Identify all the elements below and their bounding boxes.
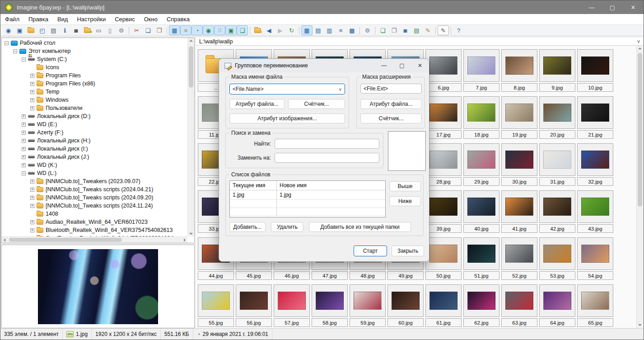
grid-scroll-down-icon[interactable] xyxy=(638,324,642,326)
forward-button[interactable]: ▶ xyxy=(275,25,286,35)
grid-cell[interactable]: 50.jpg xyxy=(425,237,463,284)
toggle-history-button[interactable]: ◔ xyxy=(191,25,203,35)
view-pairs-button[interactable]: ▥ xyxy=(324,25,335,35)
grid-cell[interactable]: 10.jpg xyxy=(577,49,615,96)
tree-item[interactable]: +Локальный диск (D:) xyxy=(2,112,187,120)
menu-item-6[interactable]: Окно xyxy=(140,14,162,24)
maximize-button[interactable]: ▢ xyxy=(602,0,623,14)
save-image-button[interactable]: ◰ xyxy=(37,25,48,35)
grid-cell[interactable]: 53.jpg xyxy=(539,237,577,284)
tree-vscroll-thumb[interactable] xyxy=(189,46,193,88)
cut-button[interactable]: ✂ xyxy=(131,25,142,35)
scroll-down-arrow-icon[interactable] xyxy=(189,233,193,235)
file-attribute-button[interactable]: Атрибут файла... xyxy=(229,99,285,109)
start-button[interactable]: Старт xyxy=(354,246,387,256)
tree-item[interactable]: 1408 xyxy=(2,210,187,218)
tree-collapse-icon[interactable]: − xyxy=(13,49,17,53)
batch-process-button[interactable]: ❐ xyxy=(388,25,400,35)
tree-expand-icon[interactable]: + xyxy=(30,106,34,110)
grid-cell[interactable]: 64.jpg xyxy=(539,284,577,328)
menu-item-3[interactable]: Вид xyxy=(53,14,73,24)
tree-item[interactable]: +Program Files (x86) xyxy=(2,80,187,88)
tree-item[interactable]: +Program Files xyxy=(2,71,187,80)
grid-cell[interactable]: 51.jpg xyxy=(463,237,501,284)
add-files-button[interactable]: Добавить... xyxy=(229,222,266,232)
toggle-images-pane-button[interactable]: ❏ xyxy=(237,25,248,35)
batch-convert-button[interactable]: ❏ xyxy=(377,25,388,35)
dialog-minimize-button[interactable]: — xyxy=(375,59,393,72)
back-button[interactable]: ◀ xyxy=(263,25,275,35)
ext-mask-input[interactable]: <File.Ext> xyxy=(360,84,422,94)
tree-expand-icon[interactable]: + xyxy=(30,204,34,208)
tree-item[interactable]: +WD (E:) xyxy=(2,120,187,128)
tree-item[interactable]: +Локальный диск (H:) xyxy=(2,137,187,145)
grid-cell[interactable]: 17.jpg xyxy=(425,96,463,143)
remove-file-button[interactable]: Удалить xyxy=(271,222,303,232)
paste-button[interactable]: ❐ xyxy=(154,25,165,35)
toggle-preview-pane-button[interactable]: ◉ xyxy=(203,25,214,35)
grid-cell[interactable]: 55.jpg xyxy=(198,284,236,328)
grid-cell[interactable]: 52.jpg xyxy=(501,237,539,284)
grid-cell[interactable]: 20.jpg xyxy=(539,96,577,143)
menu-item-7[interactable]: Справка xyxy=(162,14,194,24)
table-row[interactable]: 1.jpg1.jpg xyxy=(230,190,385,200)
grid-cell[interactable]: 42.jpg xyxy=(539,190,577,237)
file-list-table[interactable]: Текущее имяНовое имя1.jpg1.jpg xyxy=(229,180,386,217)
view-tiles-button[interactable]: ▤ xyxy=(313,25,324,35)
dialog-close-button[interactable]: ✕ xyxy=(411,59,429,72)
tree-item[interactable]: +Azerty (F:) xyxy=(2,128,187,137)
info-button[interactable]: ℹ xyxy=(59,25,70,35)
tree-item[interactable]: +Temp xyxy=(2,88,187,96)
rename-button[interactable]: ▭ xyxy=(93,25,104,35)
grid-cell[interactable]: 21.jpg xyxy=(577,96,615,143)
address-bar[interactable]: L:\wallp\wallp ∨ xyxy=(196,38,643,46)
tree-item[interactable]: +[NNMClub.to]_Tweaks scripts (2024.11.24… xyxy=(2,202,187,210)
tree-item[interactable]: +[NNMClub.to]_Tweaks scripts (2024.04.21… xyxy=(2,185,187,194)
tree-item[interactable]: +Windows xyxy=(2,96,187,104)
tree-collapse-icon[interactable]: − xyxy=(22,57,26,61)
add-all-from-folder-button[interactable]: Добавить все из текущей папки xyxy=(309,222,411,232)
grid-cell[interactable]: 19.jpg xyxy=(501,96,539,143)
grid-cell[interactable]: 29.jpg xyxy=(463,143,501,190)
help-button[interactable]: ? xyxy=(453,25,464,35)
edit-image-button[interactable]: ✎ xyxy=(438,25,449,35)
tree-expand-icon[interactable]: + xyxy=(30,188,34,192)
tree-expand-icon[interactable]: + xyxy=(30,179,34,184)
tree-expand-icon[interactable]: + xyxy=(30,220,34,224)
tree-expand-icon[interactable]: + xyxy=(30,98,34,102)
open-folder-button[interactable] xyxy=(25,25,37,35)
tree-expand-icon[interactable]: + xyxy=(22,163,26,167)
tree-hscroll-thumb[interactable] xyxy=(9,238,122,242)
image-attribute-button[interactable]: Атрибут изображения... xyxy=(229,113,345,123)
tree-item[interactable]: −Этот компьютер xyxy=(2,47,187,55)
grid-cell[interactable]: 18.jpg xyxy=(463,96,501,143)
tree-expand-icon[interactable]: + xyxy=(30,228,34,232)
capture-button[interactable]: ◙ xyxy=(70,25,82,35)
fullscreen-view-button[interactable]: ▣ xyxy=(14,25,25,35)
tree-item[interactable]: +WD (K:) xyxy=(2,161,187,169)
grid-cell[interactable]: 57.jpg xyxy=(274,284,312,328)
grid-cell[interactable]: 32.jpg xyxy=(577,143,615,190)
menu-item-4[interactable]: Настройки xyxy=(72,14,110,24)
tree-expand-icon[interactable]: + xyxy=(30,74,34,78)
grid-cell[interactable]: 9.jpg xyxy=(539,49,577,96)
grid-cell[interactable]: 62.jpg xyxy=(463,284,501,328)
dialog-maximize-button[interactable]: ▢ xyxy=(393,59,411,72)
grid-cell[interactable]: 40.jpg xyxy=(463,190,501,237)
tree-expand-icon[interactable]: + xyxy=(22,114,26,118)
grid-vertical-scrollbar[interactable] xyxy=(636,46,643,328)
tree-item[interactable]: −Рабочий стол xyxy=(2,39,187,47)
counter-button[interactable]: Счётчик... xyxy=(288,99,345,109)
grid-cell[interactable]: 6.jpg xyxy=(425,49,463,96)
name-mask-combobox[interactable]: <File.Name> ∨ xyxy=(229,84,345,94)
address-chevron-down-icon[interactable]: ∨ xyxy=(637,38,640,44)
tree-item[interactable]: −System (C:) xyxy=(2,55,187,63)
menu-item-1[interactable]: Файл xyxy=(0,14,24,24)
ext-file-attribute-button[interactable]: Атрибут файла... xyxy=(360,99,422,109)
grid-cell[interactable]: 63.jpg xyxy=(501,284,539,328)
view-details-button[interactable]: ▩ xyxy=(346,25,358,35)
grid-vscroll-thumb[interactable] xyxy=(638,53,642,207)
toggle-image-pane-button[interactable]: ▣ xyxy=(225,25,237,35)
grid-cell[interactable]: 65.jpg xyxy=(577,284,615,328)
toggle-thumbnails-button[interactable]: ⠿ xyxy=(214,25,225,35)
